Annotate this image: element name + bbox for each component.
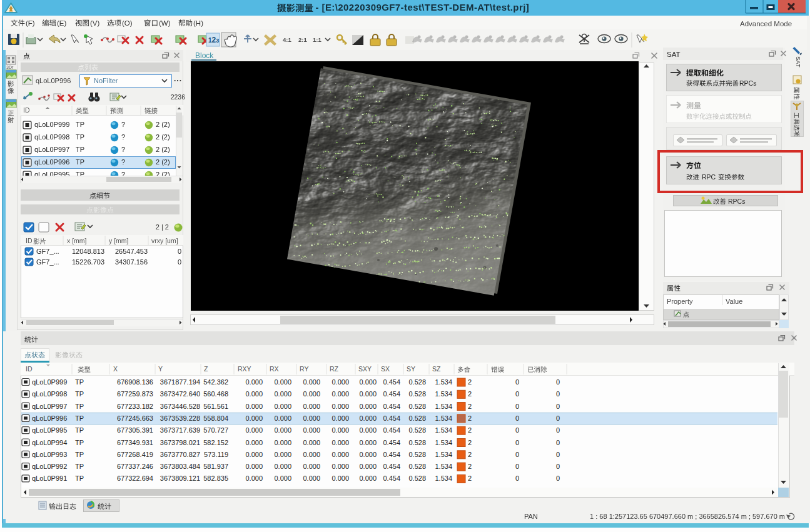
svg-text:3Dr: 3Dr — [6, 65, 14, 69]
svg-text:123: 123 — [208, 36, 219, 44]
svg-text:4:1: 4:1 — [283, 36, 291, 43]
svg-text:1:1: 1:1 — [313, 36, 321, 43]
svg-text:2:1: 2:1 — [298, 36, 307, 43]
